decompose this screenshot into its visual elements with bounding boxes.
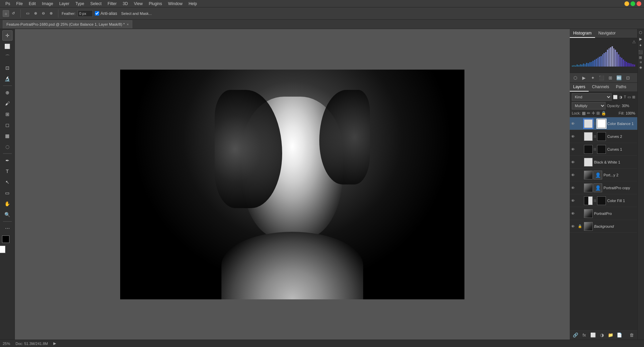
zoom-tool[interactable]: 🔍 [2, 209, 12, 220]
feather-input[interactable] [78, 10, 93, 17]
layer-visibility-icon[interactable]: 👁 [571, 173, 576, 177]
home-button[interactable]: ⌂ [3, 10, 9, 17]
selection-tool[interactable]: ⬜ [2, 41, 12, 51]
mini-tool-3[interactable]: ✦ [639, 43, 643, 48]
add-mask-button[interactable]: ⬜ [589, 331, 597, 339]
fill-value[interactable]: 100% [626, 111, 635, 115]
tab-close-button[interactable]: × [127, 23, 129, 26]
background-color[interactable] [0, 246, 5, 253]
layer-visibility-icon[interactable]: 👁 [571, 199, 576, 203]
maximize-button[interactable] [630, 1, 635, 6]
select-mask-button[interactable]: Select and Mask... [119, 10, 154, 17]
layer-visibility-icon[interactable]: 👁 [571, 224, 576, 228]
lock-artboard-icon[interactable]: ⊞ [596, 111, 600, 116]
blur-tool[interactable]: ◌ [2, 142, 12, 152]
mini-tool-1[interactable]: ⬡ [639, 30, 643, 35]
gradient-tool[interactable]: ▦ [2, 131, 12, 141]
healing-tool[interactable]: ⊕ [2, 88, 12, 98]
layer-visibility-icon[interactable]: 👁 [571, 186, 576, 190]
panel-icon-3[interactable]: ✦ [589, 74, 596, 81]
menu-ps[interactable]: Ps [3, 1, 13, 7]
histogram-warning-icon[interactable]: ⚠ [632, 40, 636, 44]
filter-type-icon[interactable]: T [624, 95, 626, 99]
menu-3d[interactable]: 3D [120, 1, 130, 7]
menu-file[interactable]: File [14, 1, 25, 7]
new-group-button[interactable]: 📁 [607, 331, 614, 339]
add-style-button[interactable]: fx [581, 331, 588, 339]
menu-edit[interactable]: Edit [26, 1, 38, 7]
layer-item[interactable]: 👁⛓Color Fill 1 [570, 194, 637, 207]
lasso-tool[interactable]: ⌒ [2, 52, 12, 62]
layer-item[interactable]: 👁👤Port...y 2 [570, 169, 637, 181]
intersect-button[interactable]: ⊕ [32, 10, 39, 17]
stamp-tool[interactable]: ⊞ [2, 109, 12, 119]
mini-tool-5[interactable]: ⊞ [639, 56, 643, 59]
menu-window[interactable]: Window [165, 1, 185, 7]
tab-layers[interactable]: Layers [570, 83, 589, 92]
close-button[interactable] [637, 1, 641, 6]
menu-select[interactable]: Select [87, 1, 104, 7]
crop-tool[interactable]: ⊡ [2, 63, 12, 73]
tab-histogram[interactable]: Histogram [570, 29, 595, 38]
layer-visibility-icon[interactable]: 👁 [571, 122, 576, 126]
filter-shape-icon[interactable]: ▭ [627, 95, 631, 99]
pen-tool[interactable]: ✒ [2, 155, 12, 166]
add-button[interactable]: ⊗ [48, 10, 55, 17]
panel-icon-2[interactable]: ▶ [581, 74, 587, 81]
new-fill-button[interactable]: ◑ [598, 331, 606, 339]
panel-icon-4[interactable]: ⬛ [598, 74, 605, 81]
panel-icon-7[interactable]: ⊡ [624, 74, 631, 81]
layer-item[interactable]: 👁⛓Curves 1 [570, 143, 637, 156]
mini-tool-6[interactable]: ≡ [639, 61, 643, 63]
lock-paint-icon[interactable]: ✏ [587, 111, 590, 116]
subtract-button[interactable]: ⊖ [40, 10, 47, 17]
panel-icon-5[interactable]: ⊞ [607, 74, 614, 81]
brush-tool[interactable]: 🖌 [2, 98, 12, 108]
foreground-color[interactable] [2, 236, 9, 243]
menu-type[interactable]: Type [73, 1, 87, 7]
minimize-button[interactable] [624, 1, 629, 6]
layer-item[interactable]: 👁⛓Curves 2 [570, 130, 637, 143]
layer-visibility-icon[interactable]: 👁 [571, 160, 576, 164]
filter-adj-icon[interactable]: ◑ [619, 95, 622, 99]
mini-tool-4[interactable]: ⬛ [639, 50, 643, 54]
hand-tool[interactable]: ✋ [2, 199, 12, 209]
menu-plugins[interactable]: Plugins [146, 1, 165, 7]
mini-tool-2[interactable]: ▶ [639, 37, 643, 41]
new-layer-button[interactable]: 📄 [616, 331, 623, 339]
layer-item[interactable]: 👁🔒Background [570, 220, 637, 233]
mini-tool-7[interactable]: ◈ [639, 65, 643, 70]
rect-select-button[interactable]: ▭ [24, 10, 31, 17]
filter-pixel-icon[interactable]: ⬜ [613, 95, 618, 99]
layer-item[interactable]: 👁Black & White 1 [570, 156, 637, 169]
layer-visibility-icon[interactable]: 👁 [571, 147, 576, 151]
panel-icon-1[interactable]: ⬡ [572, 74, 579, 81]
layer-item[interactable]: 👁⛓Color Balance 1 [570, 117, 637, 130]
lock-transparency-icon[interactable]: ▦ [582, 111, 586, 116]
delete-layer-button[interactable]: 🗑 [628, 331, 635, 339]
menu-help[interactable]: Help [186, 1, 200, 7]
menu-layer[interactable]: Layer [56, 1, 72, 7]
kind-select[interactable]: Kind [572, 93, 612, 101]
menu-filter[interactable]: Filter [105, 1, 119, 7]
history-button[interactable]: ↺ [10, 10, 17, 17]
layer-visibility-icon[interactable]: 👁 [571, 212, 576, 216]
tab-navigator[interactable]: Navigator [595, 29, 619, 38]
blend-mode-select[interactable]: Multiply [572, 102, 606, 109]
menu-image[interactable]: Image [39, 1, 56, 7]
tab-paths[interactable]: Paths [613, 83, 630, 92]
canvas-area[interactable] [15, 29, 570, 340]
rectangle-tool[interactable]: ▭ [2, 188, 12, 198]
opacity-value[interactable]: 30% [622, 104, 634, 108]
more-tools[interactable]: ⋯ [2, 223, 12, 233]
lock-all-icon[interactable]: 🔒 [601, 111, 606, 116]
link-layers-button[interactable]: 🔗 [572, 331, 579, 339]
filter-smart-icon[interactable]: ⊞ [632, 95, 635, 99]
document-tab[interactable]: Feature-PortraitPro-1680.psd @ 25% (Colo… [3, 20, 132, 28]
expand-icon[interactable]: ▶ [53, 341, 56, 346]
layer-item[interactable]: 👁👤PortraitPro copy [570, 181, 637, 194]
anti-alias-checkbox[interactable]: Anti-alias [95, 11, 117, 16]
panel-icon-6[interactable]: 🔤 [616, 74, 622, 81]
path-select-tool[interactable]: ↖ [2, 177, 12, 187]
eraser-tool[interactable]: ◻ [2, 120, 12, 130]
